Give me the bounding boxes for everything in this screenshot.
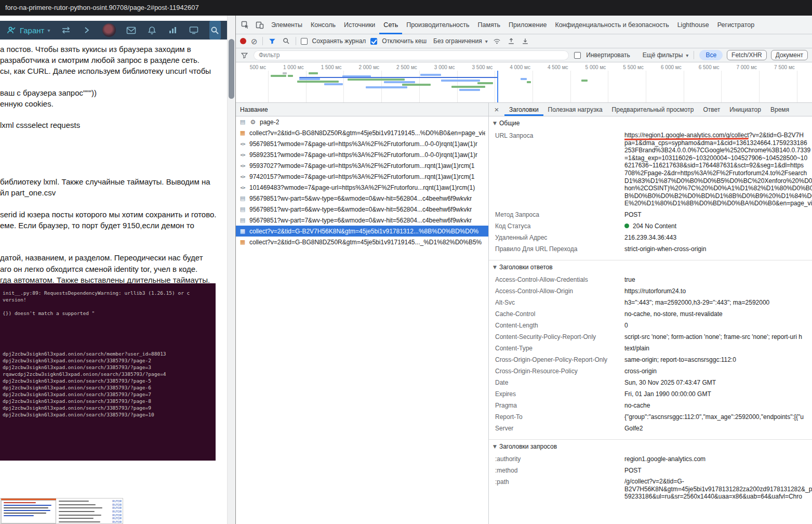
media-icon[interactable] [189, 25, 199, 35]
more-filters-dropdown[interactable]: Ещё фильтры▾ [643, 51, 689, 59]
request-label: page-2 [260, 119, 279, 126]
throttling-select[interactable]: Без ограничения▾ [433, 37, 488, 45]
invert-checkbox[interactable] [574, 52, 581, 59]
devtools-tab[interactable]: Сеть [379, 16, 402, 34]
filter-icon[interactable] [268, 34, 277, 48]
row-text-line [59, 515, 101, 516]
rutor-link[interactable]: RUTOR [112, 517, 122, 520]
devtools-tab[interactable]: Приложение [504, 16, 551, 34]
garant-menu[interactable]: Гарант ▾ [6, 25, 50, 35]
devtools-tab[interactable]: Консоль [307, 16, 340, 34]
export-har-icon[interactable] [521, 34, 530, 48]
record-button[interactable] [240, 38, 246, 44]
request-row[interactable]: 95679851?wv-part=5&wv-type=6&wmode=0&wv-… [236, 193, 488, 204]
page-scrollbar[interactable] [227, 16, 235, 524]
header-name: Pragma [495, 401, 624, 410]
request-row[interactable]: 95679851?wv-part=6&wv-type=6&wmode=0&wv-… [236, 204, 488, 215]
request-row[interactable]: page-2 [236, 116, 488, 127]
header-name: Код Статуса [495, 222, 624, 230]
request-row[interactable]: collect?v=2&tid=G-BG8N8DZ50R&gtm=45je5bi… [236, 127, 488, 138]
import-har-icon[interactable] [507, 34, 516, 48]
section-header[interactable]: ▼Заголовки запросов [489, 440, 812, 453]
timeline-gridline [684, 71, 684, 102]
rutor-link[interactable]: RUTOR [112, 520, 122, 523]
details-tab[interactable]: Ответ [698, 103, 725, 116]
devtools-tab[interactable]: Lighthouse [673, 16, 713, 34]
disable-cache-label: Отключить кеш [382, 37, 427, 45]
devtools-tab[interactable]: Производительность [402, 16, 473, 34]
disable-cache-checkbox[interactable] [370, 38, 377, 45]
details-tab[interactable]: Заголовки [504, 103, 543, 116]
search-network-icon[interactable] [282, 34, 291, 48]
header-name: :path [495, 478, 624, 501]
preserve-log-label: Сохранять журнал [312, 37, 366, 45]
devtools-tab[interactable]: Регистратор [713, 16, 758, 34]
request-row[interactable]: collect?v=2&tid=G-BG8N8DZ50R&gtm=45je5bi… [236, 237, 488, 247]
chevron-right-icon[interactable] [82, 25, 92, 35]
request-label: collect?v=2&tid=G-B2V7H56K8N&gtm=45je5bi… [249, 228, 478, 235]
devtools-tab[interactable]: Элементы [267, 16, 307, 34]
request-row[interactable]: 95892351?wmode=7&page-url=https%3A%2F%2F… [236, 149, 488, 160]
request-rows: page-2collect?v=2&tid=G-BG8N8DZ50R&gtm=4… [236, 116, 488, 524]
swap-arrows-icon[interactable] [61, 25, 71, 35]
rutor-link[interactable]: RUTOR [112, 503, 122, 506]
request-row[interactable]: 101469483?wmode=7&page-url=https%3A%2F%2… [236, 182, 488, 193]
request-row[interactable]: 95937027?wmode=7&page-url=https%3A%2F%2F… [236, 160, 488, 171]
waterfall-bar [299, 77, 498, 78]
devtools-tab[interactable]: Конфиденциальность и безопасность [551, 16, 673, 34]
script-icon [239, 151, 246, 159]
timeline-label: 8 000 мс [803, 64, 812, 70]
stats-icon[interactable] [168, 25, 178, 35]
mail-icon[interactable] [126, 25, 137, 35]
timeline-label: 4 500 мс [538, 64, 568, 70]
details-tab[interactable]: Предварительный просмотр [607, 103, 699, 116]
device-toolbar-icon[interactable] [252, 18, 267, 32]
header-name: Content-Type [495, 344, 624, 352]
browser-url-bar[interactable]: foro-na-primere-rutor-python-osint.90708… [0, 0, 812, 16]
network-toolbar: ⊘ Сохранять журнал Отключить кеш Без огр… [236, 34, 812, 48]
page-scrollbar-thumb[interactable] [229, 39, 234, 99]
details-tab[interactable]: Инициатор [725, 103, 766, 116]
waterfall-bar [527, 81, 531, 83]
table-row: RUTOR [59, 510, 122, 514]
name-column-header[interactable]: Название [236, 103, 488, 116]
details-tab[interactable]: Время [766, 103, 794, 116]
article-line: датой, названием, и разделом. Переодичес… [0, 253, 203, 262]
request-row[interactable]: 97420157?wmode=7&page-url=https%3A%2F%2F… [236, 171, 488, 182]
devtools-tab[interactable]: Источники [340, 16, 379, 34]
details-tab[interactable]: Полезная нагрузка [543, 103, 607, 116]
header-name: Content-Length [495, 321, 624, 330]
network-overview[interactable]: 500 мс1 000 мс1 500 мс2 000 мс2 500 мс3 … [236, 62, 812, 103]
rutor-link[interactable]: RUTOR [112, 510, 122, 513]
rutor-link[interactable]: RUTOR [112, 506, 122, 509]
request-label: 97420157?wmode=7&page-url=https%3A%2F%2F… [249, 173, 475, 180]
filter-input[interactable] [254, 50, 569, 60]
network-conditions-icon[interactable] [492, 34, 502, 48]
section-title: Заголовки ответов [499, 260, 553, 274]
clear-icon[interactable]: ⊘ [251, 37, 258, 45]
bell-icon[interactable] [147, 25, 157, 35]
script-icon [239, 140, 246, 148]
section-header[interactable]: ▼Общие [489, 116, 812, 130]
timeline-gridline [608, 71, 608, 102]
close-icon[interactable]: × [489, 103, 504, 116]
inspect-element-icon[interactable] [238, 18, 252, 32]
timeline-gridline [797, 71, 797, 102]
timeline-label: 7 000 мс [727, 64, 757, 70]
request-type-chip[interactable]: Документ [771, 50, 808, 60]
request-type-chip[interactable]: Все [699, 50, 723, 60]
request-row[interactable]: 95679851?wmode=7&page-url=https%3A%2F%2F… [236, 138, 488, 149]
preserve-log-checkbox[interactable] [301, 38, 308, 45]
rutor-link[interactable]: RUTOR [112, 514, 122, 517]
request-row[interactable]: 95679851?wv-part=7&wv-type=6&wmode=0&wv-… [236, 215, 488, 226]
timeline-label: 500 мс [236, 64, 266, 70]
devtools-tab[interactable]: Память [474, 16, 505, 34]
rutor-link[interactable]: RUTOR [112, 500, 122, 503]
request-type-chip[interactable]: Fetch/XHR [727, 50, 767, 60]
request-row[interactable]: collect?v=2&tid=G-B2V7H56K8N&gtm=45je5bi… [236, 226, 488, 237]
section-header[interactable]: ▼Заголовки ответов [489, 260, 812, 274]
avatar[interactable] [102, 23, 116, 37]
waterfall-bar [288, 75, 293, 77]
search-button[interactable] [209, 21, 221, 40]
timeline-label: 5 000 мс [576, 64, 606, 70]
